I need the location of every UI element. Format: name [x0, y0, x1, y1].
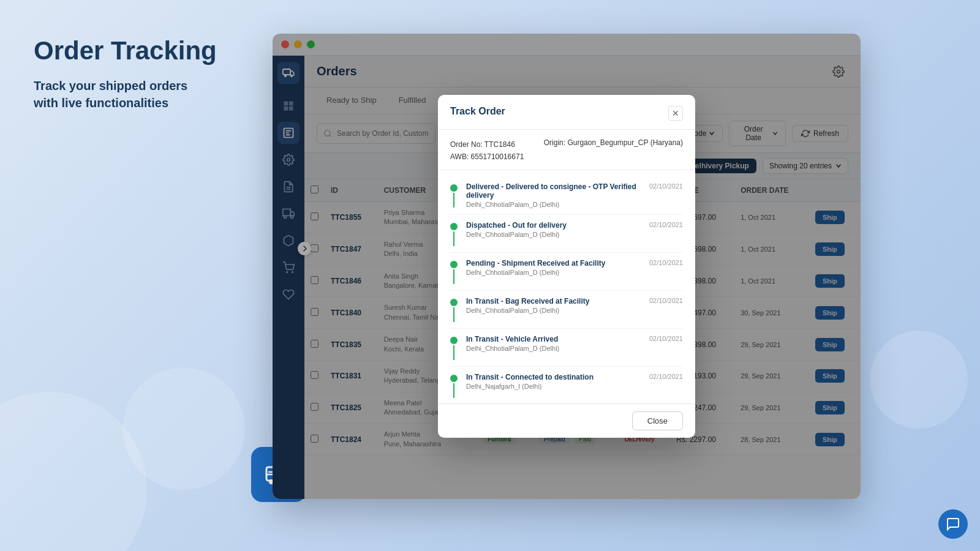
timeline-item: Pending - Shipment Received at Facility …	[450, 253, 683, 291]
timeline-date: 02/10/2021	[649, 182, 683, 190]
timeline-dot	[450, 223, 458, 230]
timeline-status: In Transit - Connected to destination	[466, 373, 641, 381]
timeline-content: In Transit - Vehicle Arrived Delhi_Chhot…	[466, 335, 641, 352]
timeline-location: Delhi_ChhotialPalam_D (Delhi)	[466, 307, 641, 314]
timeline-content: In Transit - Bag Received at Facility De…	[466, 297, 641, 314]
modal-footer: Close	[438, 403, 695, 438]
chat-bubble-button[interactable]	[938, 509, 968, 539]
left-panel: Order Tracking Track your shipped orders…	[0, 0, 263, 551]
timeline-item: In Transit - Connected to destination De…	[450, 367, 683, 403]
modal-close-button[interactable]: ✕	[668, 106, 683, 121]
modal-header: Track Order ✕	[438, 95, 695, 130]
timeline-content: Pending - Shipment Received at Facility …	[466, 259, 641, 276]
timeline-date: 02/10/2021	[649, 373, 683, 380]
timeline-status: In Transit - Vehicle Arrived	[466, 335, 641, 343]
timeline-location: Delhi_ChhotialPalam_D (Delhi)	[466, 231, 641, 238]
timeline-dot	[450, 261, 458, 268]
timeline-location: Delhi_ChhotialPalam_D (Delhi)	[466, 201, 641, 208]
timeline-content: Delivered - Delivered to consignee - OTP…	[466, 182, 641, 208]
timeline-date: 02/10/2021	[649, 259, 683, 266]
timeline-date: 02/10/2021	[649, 297, 683, 304]
timeline-location: Delhi_ChhotialPalam_D (Delhi)	[466, 269, 641, 276]
timeline-date: 02/10/2021	[649, 221, 683, 228]
timeline-status: In Transit - Bag Received at Facility	[466, 297, 641, 305]
timeline-content: In Transit - Connected to destination De…	[466, 373, 641, 390]
page-hero-subtitle: Track your shipped orderswith live funct…	[34, 77, 239, 111]
timeline-item: Delivered - Delivered to consignee - OTP…	[450, 176, 683, 215]
main-window: Orders Ready to Ship Fulfilled Delivered	[273, 34, 861, 499]
modal-meta: Order No: TTC1846 AWB: 6551710016671 Ori…	[438, 130, 695, 170]
timeline-dot	[450, 184, 458, 192]
timeline-item: Dispatched - Out for delivery Delhi_Chho…	[450, 215, 683, 253]
page-hero-title: Order Tracking	[34, 37, 239, 65]
timeline-status: Dispatched - Out for delivery	[466, 221, 641, 230]
decorative-blob-3	[870, 331, 968, 429]
timeline-dot	[450, 299, 458, 306]
timeline-status: Pending - Shipment Received at Facility	[466, 259, 641, 268]
modal-overlay: Track Order ✕ Order No: TTC1846 AWB: 655…	[273, 34, 861, 499]
timeline-item: In Transit - Bag Received at Facility De…	[450, 291, 683, 329]
timeline-dot	[450, 337, 458, 344]
timeline-location: Delhi_Najafgarh_I (Delhi)	[466, 383, 641, 390]
timeline-item: In Transit - Vehicle Arrived Delhi_Chhot…	[450, 329, 683, 367]
timeline-content: Dispatched - Out for delivery Delhi_Chho…	[466, 221, 641, 238]
track-order-modal: Track Order ✕ Order No: TTC1846 AWB: 655…	[438, 95, 695, 438]
modal-order-info: Order No: TTC1846 AWB: 6551710016671	[450, 138, 524, 163]
timeline-location: Delhi_ChhotialPalam_D (Delhi)	[466, 345, 641, 352]
timeline-status: Delivered - Delivered to consignee - OTP…	[466, 182, 641, 200]
modal-origin-info: Origin: Gurgaon_Begumpur_CP (Haryana)	[544, 138, 683, 147]
tracking-timeline: Delivered - Delivered to consignee - OTP…	[438, 170, 695, 403]
timeline-dot	[450, 375, 458, 382]
modal-close-footer-button[interactable]: Close	[632, 411, 683, 430]
chat-icon	[946, 517, 960, 531]
modal-title: Track Order	[450, 106, 505, 117]
timeline-date: 02/10/2021	[649, 335, 683, 342]
